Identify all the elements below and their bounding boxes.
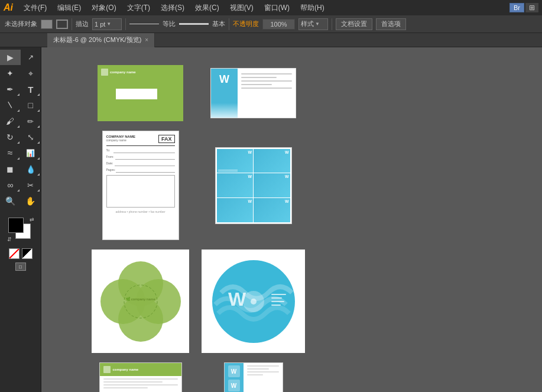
none-swatch[interactable] [9,248,20,259]
fax-to-line [113,153,175,153]
menu-file[interactable]: 文件(F) [19,2,51,14]
fax-date-line [115,166,175,166]
swap-icon[interactable]: ⇄ [30,216,34,222]
blue-card-logo: W [211,69,238,86]
style-dropdown[interactable]: 样式 ▼ [298,18,328,30]
view-button[interactable]: ⊞ [525,3,538,12]
menu-effect[interactable]: 效果(C) [190,2,224,14]
opacity-input[interactable] [262,19,295,30]
color-swatches-area: ⇄ ⇵ □ [0,213,41,273]
fax-pages-line [116,172,175,173]
separator-1 [72,18,72,30]
chevron-style-icon: ▼ [315,21,320,27]
letterhead-content [100,376,181,391]
preferences-button[interactable]: 首选项 [376,18,406,30]
bridge-button[interactable]: Br [509,3,524,12]
fax-date-label: Date: [106,161,175,165]
hand-button[interactable]: ✋ [21,193,41,209]
document-preview-4[interactable]: W W W W [215,147,292,224]
fill-swatch[interactable] [41,20,53,29]
stroke-weight-dropdown[interactable]: 1 pt ▼ [92,18,122,30]
tab-close-button[interactable]: × [145,37,148,43]
triangle-indicator [17,141,20,144]
line-thick-icon [179,23,209,25]
extra-swatches [9,248,33,259]
document-preview-1[interactable]: company name [98,65,183,121]
menu-edit[interactable]: 编辑(E) [53,2,86,14]
paintbrush-button[interactable]: 🖌 [0,114,21,129]
document-preview-6[interactable]: W [202,250,305,353]
lh-line-3 [103,384,178,385]
slice-button[interactable]: ✂ [21,177,41,193]
graph-button[interactable]: 📊 [21,145,41,161]
line-shape-row: / □ [0,98,41,113]
menu-help[interactable]: 帮助(H) [296,2,329,14]
bc-cell-4: W [254,173,290,197]
pen-tool-button[interactable]: ✒ [0,82,21,97]
fax-pages-field: Pages: [106,168,175,173]
options-bar: 未选择对象 描边 1 pt ▼ 等比 基本 不透明度 样式 ▼ 文档设置 首选项 [0,15,542,33]
blend-button[interactable]: ∞ [0,177,21,193]
menu-view[interactable]: 视图(V) [225,2,258,14]
letterhead-brand: company name [113,368,139,371]
triangle-indicator [37,173,40,176]
line-tool-button[interactable]: / [0,98,21,113]
document-tab[interactable]: 未标题-6 @ 20% (CMYK/预览) × [47,33,155,47]
menu-bar: Ai 文件(F) 编辑(E) 对象(O) 文字(T) 选择(S) 效果(C) 视… [0,0,542,15]
menu-window[interactable]: 窗口(W) [259,2,294,14]
menu-type[interactable]: 文字(T) [122,2,155,14]
blend-slice-row: ∞ ✂ [0,177,41,193]
brand-area: company name [101,69,136,76]
bc-w-6: W [285,199,289,203]
document-preview-8[interactable]: W W [224,362,283,392]
triangle-indicator [37,157,40,160]
menu-select[interactable]: 选择(S) [156,2,189,14]
scale-button[interactable]: ⤡ [21,129,41,145]
triangle-indicator [37,109,40,112]
gradient-button[interactable]: ◼ [0,161,21,177]
lh-line-1 [103,378,178,380]
document-preview-3[interactable]: COMPANY NAME company name FAX To: From: [102,131,179,240]
canvas-area[interactable]: company name W [41,47,542,392]
brand-text-1: company name [110,70,136,74]
shape-tool-button[interactable]: □ [21,98,41,113]
warp-button[interactable]: ≈ [0,145,21,161]
stroke-swatch[interactable] [56,20,68,29]
reset-icon[interactable]: ⇵ [7,237,12,242]
zoom-hand-row: 🔍 ✋ [0,193,41,209]
bc-line [218,170,238,170]
document-preview-5[interactable]: 🌿 company name [92,250,189,353]
normal-mode-button[interactable]: □ [15,263,26,271]
letterhead-logo-shape [103,366,111,373]
selection-tool-button[interactable]: ▶ [0,50,21,65]
document-preview-7[interactable]: company name [99,362,182,392]
eyedropper-button[interactable]: 💧 [21,161,41,177]
gradient-swatch[interactable] [22,248,33,259]
svg-point-3 [136,279,181,324]
doc-settings-button[interactable]: 文档设置 [336,18,372,30]
rotate-button[interactable]: ↻ [0,129,21,145]
triangle-indicator [37,141,40,144]
artboard-cell-6: W [202,250,305,353]
separator-4 [332,18,332,30]
style-label: 样式 [301,20,314,28]
type-tool-button[interactable]: T [21,82,41,97]
tab-bar: 未标题-6 @ 20% (CMYK/预览) × [0,33,542,47]
foreground-swatch[interactable] [8,218,24,233]
menu-object[interactable]: 对象(O) [87,2,121,14]
bc-w-5: W [248,199,252,203]
direct-selection-button[interactable]: ↗ [21,50,41,65]
hand-icon: ✋ [25,196,35,206]
brush-pencil-row: 🖌 ✏ [0,114,41,129]
magic-wand-button[interactable]: ✦ [0,66,21,81]
document-preview-2[interactable]: W [210,68,296,118]
fax-label: FAX [158,135,175,143]
graph-icon: 📊 [26,149,35,157]
wand-lasso-row: ✦ ⌖ [0,66,41,81]
zoom-button[interactable]: 🔍 [0,193,21,209]
svg-rect-12 [271,301,284,302]
disc-svg: W [209,257,298,346]
lasso-button[interactable]: ⌖ [21,66,41,81]
pencil-button[interactable]: ✏ [21,114,41,129]
warp-icon: ≈ [8,148,13,158]
